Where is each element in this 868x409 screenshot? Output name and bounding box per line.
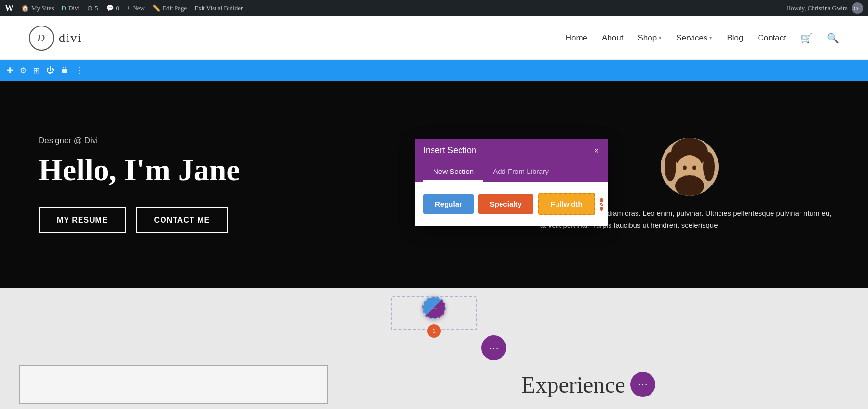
settings-toolbar-icon[interactable]: ⚙ xyxy=(20,66,27,75)
nav-blog[interactable]: Blog xyxy=(727,33,743,43)
modal-tabs: New Section Add From Library xyxy=(415,162,608,182)
exit-builder-label: Exit Visual Builder xyxy=(194,4,243,12)
site-header: D divi Home About Shop ▾ Services ▾ Blog… xyxy=(0,16,868,60)
comments-count: 5 xyxy=(95,4,98,12)
shop-chevron-icon: ▾ xyxy=(659,35,662,41)
speech-bubble-item[interactable]: 💬 0 xyxy=(106,4,120,12)
my-sites-item[interactable]: 🏠 My Sites xyxy=(21,4,54,12)
trash-toolbar-icon[interactable]: 🗑 xyxy=(61,66,68,75)
home-icon: 🏠 xyxy=(21,4,29,12)
plus-icon: + xyxy=(127,4,130,12)
tab-new-section[interactable]: New Section xyxy=(423,162,483,182)
user-greeting: Howdy, Christina Gwira xyxy=(787,4,848,12)
wp-logo-item[interactable]: W xyxy=(5,3,14,13)
nav-services[interactable]: Services ▾ xyxy=(676,33,712,43)
experience-floating-circle: ⋯ xyxy=(630,372,655,397)
more-toolbar-icon[interactable]: ⋮ xyxy=(75,66,83,75)
contact-button[interactable]: CONTACT ME xyxy=(136,207,228,233)
toggle-toolbar-icon[interactable]: ⏻ xyxy=(46,66,54,75)
insert-section-modal: Insert Section × New Section Add From Li… xyxy=(415,139,608,226)
speech-bubble-icon: 💬 xyxy=(106,4,114,12)
floating-circle: ⋯ xyxy=(481,335,506,360)
nav-about[interactable]: About xyxy=(602,33,623,43)
lower-section: Experience ⋯ xyxy=(0,346,868,409)
svg-point-2 xyxy=(665,152,676,181)
fullwidth-section-button[interactable]: Fullwidth xyxy=(538,193,595,215)
speech-count: 0 xyxy=(116,4,120,12)
nav-shop[interactable]: Shop ▾ xyxy=(637,33,662,43)
nav-contact[interactable]: Contact xyxy=(758,33,786,43)
logo-letter: D xyxy=(37,32,46,44)
badge-2: 2 xyxy=(600,198,604,211)
avatar: CG xyxy=(852,2,863,14)
nav-home[interactable]: Home xyxy=(566,33,587,43)
add-section-area: + 1 ⋯ xyxy=(0,288,868,346)
modal-title: Insert Section xyxy=(423,145,476,156)
edit-page-item[interactable]: ✏️ Edit Page xyxy=(152,4,187,12)
svg-point-3 xyxy=(703,152,715,181)
my-sites-label: My Sites xyxy=(31,4,54,12)
divi-item[interactable]: D Divi xyxy=(62,4,80,12)
add-toolbar-icon[interactable]: ✚ xyxy=(7,66,13,75)
edit-page-label: Edit Page xyxy=(163,4,187,12)
svg-point-5 xyxy=(683,165,687,170)
tab-add-from-library[interactable]: Add From Library xyxy=(483,162,558,182)
comments-item[interactable]: ⊙ 5 xyxy=(87,4,98,12)
avatar xyxy=(661,138,719,196)
resume-button[interactable]: MY RESUME xyxy=(39,207,126,233)
avatar-face xyxy=(661,138,719,196)
layout-toolbar-icon[interactable]: ⊞ xyxy=(33,66,40,75)
new-label: New xyxy=(133,4,145,12)
svg-point-7 xyxy=(675,175,704,196)
search-icon[interactable]: 🔍 xyxy=(827,32,839,44)
badge-1: 1 xyxy=(427,324,441,338)
divi-icon: D xyxy=(62,4,66,12)
logo-icon: D xyxy=(29,26,54,51)
admin-bar: W 🏠 My Sites D Divi ⊙ 5 💬 0 + New ✏️ Edi… xyxy=(0,0,868,16)
builder-toolbar: ✚ ⚙ ⊞ ⏻ 🗑 ⋮ xyxy=(0,60,868,81)
new-item[interactable]: + New xyxy=(127,4,145,12)
admin-bar-right: Howdy, Christina Gwira CG xyxy=(787,2,863,14)
regular-section-button[interactable]: Regular xyxy=(423,194,474,214)
experience-title: Experience xyxy=(521,371,625,398)
modal-close-button[interactable]: × xyxy=(594,146,599,155)
svg-point-6 xyxy=(692,165,696,170)
pencil-icon: ✏️ xyxy=(152,4,160,12)
services-chevron-icon: ▾ xyxy=(709,35,712,41)
modal-header: Insert Section × xyxy=(415,139,608,162)
site-logo[interactable]: D divi xyxy=(29,26,82,51)
specialty-section-button[interactable]: Specialty xyxy=(478,194,533,214)
comments-circle-icon: ⊙ xyxy=(87,4,93,12)
divi-label: Divi xyxy=(68,4,80,12)
wp-icon: W xyxy=(5,3,14,13)
modal-body: Regular Specialty Fullwidth 2 xyxy=(415,182,608,226)
exit-builder-item[interactable]: Exit Visual Builder xyxy=(194,4,243,12)
cart-icon[interactable]: 🛒 xyxy=(800,32,813,44)
experience-left-box xyxy=(19,365,328,404)
site-nav: Home About Shop ▾ Services ▾ Blog Contac… xyxy=(566,32,839,44)
logo-name: divi xyxy=(59,31,82,45)
hero-section: Designer @ Divi Hello, I'm Jane MY RESUM… xyxy=(0,81,868,288)
